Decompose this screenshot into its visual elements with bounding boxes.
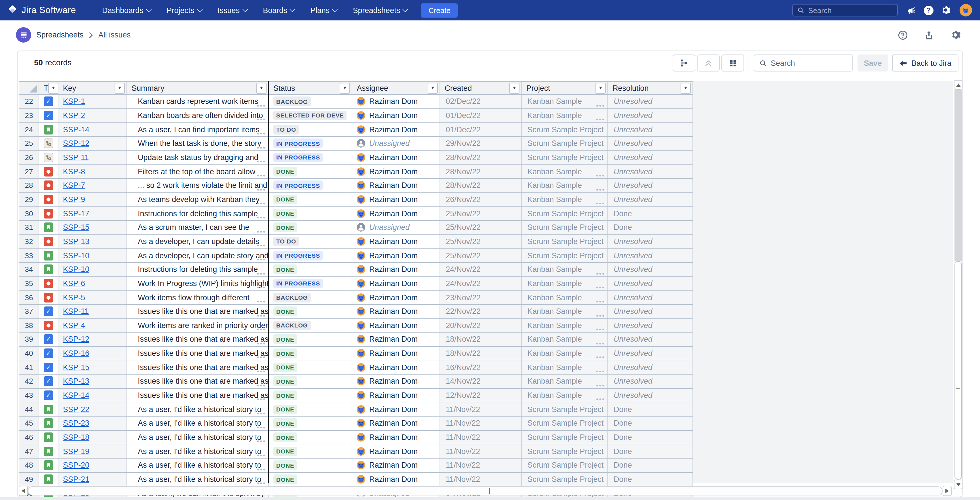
project-cell[interactable]: Scrum Sample Project xyxy=(522,123,608,136)
issue-type-cell[interactable] xyxy=(39,193,59,206)
issue-type-cell[interactable] xyxy=(39,249,59,262)
created-cell[interactable]: 25/Nov/22 xyxy=(440,235,522,248)
issue-key-cell[interactable]: KSP-11 xyxy=(59,305,127,318)
assignee-cell[interactable]: Raziman Dom xyxy=(352,165,440,178)
row-number[interactable]: 41 xyxy=(19,361,39,374)
created-cell[interactable]: 25/Nov/22 xyxy=(440,249,522,262)
issue-type-cell[interactable] xyxy=(39,403,59,416)
summary-cell[interactable]: As a developer, I can update story and••… xyxy=(127,249,269,262)
issue-type-cell[interactable]: ✓ xyxy=(39,95,59,108)
issue-key-cell[interactable]: KSP-14 xyxy=(59,389,127,402)
summary-cell[interactable]: As a user, I'd like a historical story t… xyxy=(127,458,269,472)
project-cell[interactable]: Kanban Sample••• xyxy=(522,263,608,276)
issue-key-link[interactable]: SSP-13 xyxy=(63,237,89,246)
save-button[interactable]: Save xyxy=(858,54,888,72)
issue-key-link[interactable]: SSP-17 xyxy=(63,209,89,218)
project-cell[interactable]: Scrum Sample Project xyxy=(522,458,608,472)
project-cell[interactable]: Scrum Sample Project xyxy=(522,151,608,164)
issue-key-cell[interactable]: KSP-5 xyxy=(59,291,127,304)
issue-type-cell[interactable] xyxy=(39,123,59,136)
row-number[interactable]: 37 xyxy=(19,305,39,318)
project-cell[interactable]: Kanban Sample••• xyxy=(522,165,608,178)
project-cell[interactable]: Scrum Sample Project xyxy=(522,249,608,262)
issue-key-cell[interactable]: KSP-4 xyxy=(59,319,127,332)
issue-key-link[interactable]: SSP-15 xyxy=(63,223,89,232)
created-cell[interactable]: 28/Nov/22 xyxy=(440,165,522,178)
issue-key-cell[interactable]: SSP-14 xyxy=(59,123,127,136)
resolution-cell[interactable]: Done xyxy=(608,445,693,458)
issue-key-link[interactable]: KSP-5 xyxy=(63,293,85,302)
project-cell[interactable]: Kanban Sample••• xyxy=(522,305,608,318)
resolution-cell[interactable]: Unresolved xyxy=(608,123,693,136)
created-cell[interactable]: 02/Dec/22 xyxy=(440,95,522,108)
resolution-cell[interactable]: Unresolved xyxy=(608,151,693,164)
scroll-down-button[interactable] xyxy=(954,479,963,489)
created-cell[interactable]: 18/Nov/22 xyxy=(440,347,522,360)
scroll-right-button[interactable] xyxy=(943,486,951,496)
assignee-cell[interactable]: Raziman Dom xyxy=(352,473,440,486)
assignee-cell[interactable]: Raziman Dom xyxy=(352,263,440,276)
created-cell[interactable]: 28/Nov/22 xyxy=(440,179,522,192)
summary-cell[interactable]: Issues like this one that are marked as•… xyxy=(127,305,269,318)
row-number[interactable]: 34 xyxy=(19,263,39,276)
issue-type-cell[interactable] xyxy=(39,473,59,486)
resolution-cell[interactable]: Done xyxy=(608,403,693,416)
assignee-cell[interactable]: Unassigned xyxy=(352,137,440,150)
status-cell[interactable]: BACKLOG xyxy=(269,291,352,304)
assignee-cell[interactable]: Raziman Dom xyxy=(352,109,440,122)
summary-cell[interactable]: As a user, I'd like a historical story t… xyxy=(127,473,269,486)
issue-key-link[interactable]: SSP-12 xyxy=(63,139,89,148)
assignee-cell[interactable]: Raziman Dom xyxy=(352,179,440,192)
assignee-cell[interactable]: Raziman Dom xyxy=(352,95,440,108)
issue-type-cell[interactable] xyxy=(39,277,59,290)
status-cell[interactable]: IN PROGRESS xyxy=(269,179,352,192)
issue-key-cell[interactable]: KSP-12 xyxy=(59,332,127,346)
issue-type-cell[interactable] xyxy=(39,431,59,444)
assignee-cell[interactable]: Unassigned xyxy=(352,221,440,234)
issue-key-cell[interactable]: KSP-6 xyxy=(59,277,127,290)
issue-key-cell[interactable]: KSP-8 xyxy=(59,165,127,178)
assignee-cell[interactable]: Raziman Dom xyxy=(352,249,440,262)
summary-cell[interactable]: Kanban cards represent work items••• xyxy=(127,95,269,108)
issue-type-cell[interactable]: ✓ xyxy=(39,375,59,388)
status-cell[interactable]: DONE xyxy=(269,375,352,388)
summary-cell[interactable]: Filters at the top of the board allow••• xyxy=(127,165,269,178)
row-number[interactable]: 40 xyxy=(19,347,39,360)
issue-type-cell[interactable]: ✓ xyxy=(39,389,59,402)
created-cell[interactable]: 14/Nov/22 xyxy=(440,375,522,388)
nav-item-projects[interactable]: Projects xyxy=(167,6,202,14)
issue-type-cell[interactable]: ✓ xyxy=(39,332,59,346)
assignee-cell[interactable]: Raziman Dom xyxy=(352,332,440,346)
issue-key-link[interactable]: SSP-20 xyxy=(63,461,89,470)
resolution-cell[interactable]: Unresolved xyxy=(608,319,693,332)
created-cell[interactable]: 12/Nov/22 xyxy=(440,389,522,402)
resolution-cell[interactable]: Done xyxy=(608,458,693,472)
row-number[interactable]: 36 xyxy=(19,291,39,304)
summary-cell[interactable]: ... so 2 work items violate the limit an… xyxy=(127,179,269,192)
created-cell[interactable]: 28/Nov/22 xyxy=(440,151,522,164)
summary-cell[interactable]: Update task status by dragging and••• xyxy=(127,151,269,164)
issue-type-cell[interactable] xyxy=(39,291,59,304)
created-cell[interactable]: 24/Nov/22 xyxy=(440,263,522,276)
issue-key-cell[interactable]: KSP-16 xyxy=(59,347,127,360)
issue-key-link[interactable]: SSP-19 xyxy=(63,447,89,455)
issue-type-cell[interactable] xyxy=(39,221,59,234)
created-cell[interactable]: 25/Nov/22 xyxy=(440,221,522,234)
status-cell[interactable]: IN PROGRESS xyxy=(269,277,352,290)
status-cell[interactable]: DONE xyxy=(269,389,352,402)
filter-dropdown-button[interactable]: ▼ xyxy=(509,83,520,93)
status-cell[interactable]: TO DO xyxy=(269,123,352,136)
issue-key-link[interactable]: KSP-4 xyxy=(63,321,85,330)
issue-key-link[interactable]: KSP-15 xyxy=(63,363,89,372)
summary-cell[interactable]: Issues like this one that are marked as•… xyxy=(127,361,269,374)
created-cell[interactable]: 26/Nov/22 xyxy=(440,193,522,206)
status-cell[interactable]: DONE xyxy=(269,431,352,444)
issue-key-link[interactable]: KSP-1 xyxy=(63,97,85,106)
status-cell[interactable]: DONE xyxy=(269,193,352,206)
nav-search-input[interactable]: Search xyxy=(792,4,898,16)
row-number[interactable]: 24 xyxy=(19,123,39,136)
issue-key-cell[interactable]: KSP-15 xyxy=(59,361,127,374)
row-number[interactable]: 43 xyxy=(19,389,39,402)
issue-key-link[interactable]: KSP-14 xyxy=(63,391,89,399)
project-cell[interactable]: Kanban Sample••• xyxy=(522,375,608,388)
